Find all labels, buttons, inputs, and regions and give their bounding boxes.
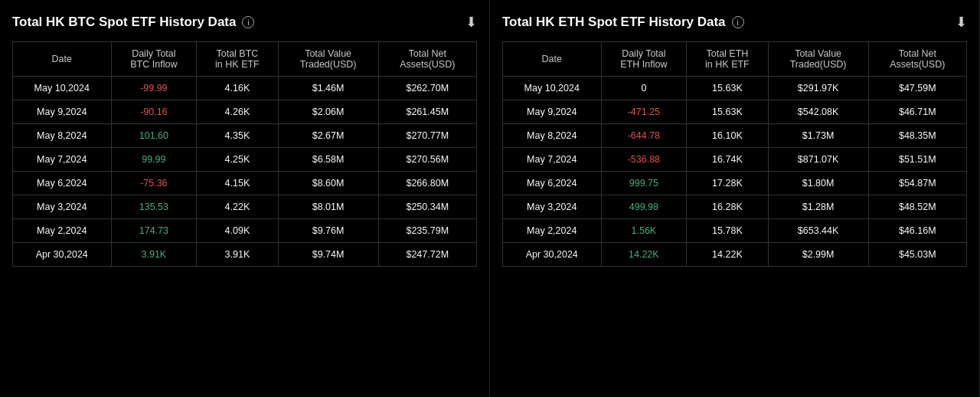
- cell-net: $54.87M: [868, 172, 966, 195]
- cell-etf: 16.10K: [687, 124, 768, 148]
- btc-col-traded: Total ValueTraded(USD): [278, 42, 378, 77]
- btc-panel-header: Total HK BTC Spot ETF History Data i ⬇: [12, 14, 477, 31]
- cell-etf: 16.28K: [687, 195, 768, 219]
- cell-etf: 14.22K: [687, 243, 768, 267]
- cell-traded: $6.58M: [278, 148, 378, 172]
- cell-date: May 7,2024: [503, 148, 602, 172]
- table-row: May 2,2024 174.73 4.09K $9.76M $235.79M: [13, 219, 477, 243]
- cell-inflow: 3.91K: [111, 243, 197, 267]
- cell-net: $270.56M: [378, 148, 476, 172]
- cell-etf: 4.15K: [197, 172, 278, 195]
- cell-net: $250.34M: [378, 195, 476, 219]
- cell-traded: $9.76M: [278, 219, 378, 243]
- btc-table-wrap: Date Daily TotalBTC Inflow Total BTCin H…: [12, 41, 477, 267]
- cell-etf: 17.28K: [687, 172, 768, 195]
- cell-inflow: -471.25: [601, 100, 687, 124]
- cell-etf: 3.91K: [197, 243, 278, 267]
- cell-inflow: 999.75: [601, 172, 687, 195]
- cell-date: May 6,2024: [13, 172, 112, 195]
- btc-col-etf: Total BTCin HK ETF: [197, 42, 278, 77]
- cell-etf: 15.63K: [687, 77, 768, 100]
- cell-inflow: -75.36: [111, 172, 197, 195]
- cell-date: May 9,2024: [503, 100, 602, 124]
- cell-etf: 16.74K: [687, 148, 768, 172]
- cell-etf: 4.25K: [197, 148, 278, 172]
- cell-date: May 2,2024: [13, 219, 112, 243]
- eth-table-wrap: Date Daily TotalETH Inflow Total ETHin H…: [502, 41, 967, 267]
- cell-inflow: 0: [601, 77, 687, 100]
- cell-traded: $2.67M: [278, 124, 378, 148]
- cell-traded: $291.97K: [768, 77, 868, 100]
- cell-date: May 6,2024: [503, 172, 602, 195]
- cell-date: May 8,2024: [503, 124, 602, 148]
- eth-download-icon[interactable]: ⬇: [956, 14, 967, 31]
- cell-inflow: -90.16: [111, 100, 197, 124]
- table-row: Apr 30,2024 3.91K 3.91K $9.74M $247.72M: [13, 243, 477, 267]
- cell-traded: $871.07K: [768, 148, 868, 172]
- cell-date: Apr 30,2024: [503, 243, 602, 267]
- table-row: May 8,2024 -644.78 16.10K $1.73M $48.35M: [503, 124, 967, 148]
- eth-panel-title: Total HK ETH Spot ETF History Data: [502, 15, 726, 30]
- cell-etf: 4.22K: [197, 195, 278, 219]
- cell-etf: 15.63K: [687, 100, 768, 124]
- table-row: May 7,2024 99.99 4.25K $6.58M $270.56M: [13, 148, 477, 172]
- table-row: May 3,2024 499.98 16.28K $1.28M $48.52M: [503, 195, 967, 219]
- table-row: May 9,2024 -471.25 15.63K $542.08K $46.7…: [503, 100, 967, 124]
- cell-date: May 3,2024: [13, 195, 112, 219]
- cell-etf: 4.16K: [197, 77, 278, 100]
- cell-traded: $2.99M: [768, 243, 868, 267]
- table-row: May 10,2024 -99.99 4.16K $1.46M $262.70M: [13, 77, 477, 100]
- cell-net: $261.45M: [378, 100, 476, 124]
- table-row: May 3,2024 135.53 4.22K $8.01M $250.34M: [13, 195, 477, 219]
- table-row: May 2,2024 1.56K 15.78K $653.44K $46.16M: [503, 219, 967, 243]
- btc-title-row: Total HK BTC Spot ETF History Data i: [12, 15, 254, 30]
- cell-inflow: 101.60: [111, 124, 197, 148]
- cell-inflow: 135.53: [111, 195, 197, 219]
- cell-net: $48.52M: [868, 195, 966, 219]
- btc-panel: Total HK BTC Spot ETF History Data i ⬇ D…: [0, 0, 490, 397]
- cell-date: Apr 30,2024: [13, 243, 112, 267]
- cell-etf: 4.35K: [197, 124, 278, 148]
- cell-inflow: 499.98: [601, 195, 687, 219]
- cell-etf: 4.09K: [197, 219, 278, 243]
- cell-traded: $1.28M: [768, 195, 868, 219]
- eth-col-inflow: Daily TotalETH Inflow: [601, 42, 687, 77]
- btc-download-icon[interactable]: ⬇: [466, 14, 477, 31]
- eth-info-icon[interactable]: i: [732, 16, 744, 28]
- cell-traded: $1.46M: [278, 77, 378, 100]
- cell-traded: $1.80M: [768, 172, 868, 195]
- cell-net: $48.35M: [868, 124, 966, 148]
- eth-col-net: Total NetAssets(USD): [868, 42, 966, 77]
- cell-traded: $8.60M: [278, 172, 378, 195]
- btc-col-inflow: Daily TotalBTC Inflow: [111, 42, 197, 77]
- cell-traded: $653.44K: [768, 219, 868, 243]
- btc-header-row: Date Daily TotalBTC Inflow Total BTCin H…: [13, 42, 477, 77]
- cell-net: $266.80M: [378, 172, 476, 195]
- cell-date: May 7,2024: [13, 148, 112, 172]
- cell-traded: $542.08K: [768, 100, 868, 124]
- table-row: May 8,2024 101.60 4.35K $2.67M $270.77M: [13, 124, 477, 148]
- cell-inflow: 1.56K: [601, 219, 687, 243]
- eth-header-row: Date Daily TotalETH Inflow Total ETHin H…: [503, 42, 967, 77]
- btc-info-icon[interactable]: i: [242, 16, 254, 28]
- cell-etf: 4.26K: [197, 100, 278, 124]
- cell-traded: $8.01M: [278, 195, 378, 219]
- cell-inflow: -644.78: [601, 124, 687, 148]
- cell-etf: 15.78K: [687, 219, 768, 243]
- eth-col-date: Date: [503, 42, 602, 77]
- btc-table: Date Daily TotalBTC Inflow Total BTCin H…: [12, 41, 477, 267]
- cell-date: May 2,2024: [503, 219, 602, 243]
- cell-date: May 8,2024: [13, 124, 112, 148]
- cell-traded: $1.73M: [768, 124, 868, 148]
- cell-net: $46.71M: [868, 100, 966, 124]
- table-row: May 6,2024 -75.36 4.15K $8.60M $266.80M: [13, 172, 477, 195]
- btc-panel-title: Total HK BTC Spot ETF History Data: [12, 15, 236, 30]
- cell-net: $262.70M: [378, 77, 476, 100]
- table-row: May 10,2024 0 15.63K $291.97K $47.59M: [503, 77, 967, 100]
- eth-col-etf: Total ETHin HK ETF: [687, 42, 768, 77]
- eth-table: Date Daily TotalETH Inflow Total ETHin H…: [502, 41, 967, 267]
- eth-panel-header: Total HK ETH Spot ETF History Data i ⬇: [502, 14, 967, 31]
- cell-date: May 10,2024: [503, 77, 602, 100]
- cell-inflow: 99.99: [111, 148, 197, 172]
- eth-col-traded: Total ValueTraded(USD): [768, 42, 868, 77]
